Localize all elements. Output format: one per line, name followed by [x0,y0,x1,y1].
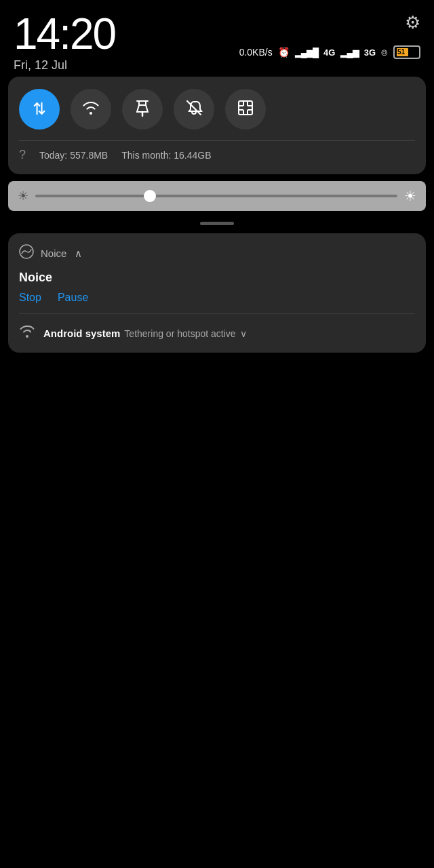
noice-title: Noice [19,271,415,285]
system-app-name: Android system [43,328,120,339]
screenshot-toggle-icon [237,99,254,119]
date-display: Fri, 12 Jul [14,58,115,73]
signal-4g-bars: ▂▄▆█ [295,47,318,58]
toggle-screenshot[interactable] [225,89,266,130]
noice-notification-header: Noice ∧ [19,244,415,262]
system-chevron-icon: ∨ [240,328,247,339]
wifi-status-icon: ⌾ [381,46,388,58]
data-toggle-icon: ⇅ [33,100,46,119]
drag-bar [200,222,234,225]
flashlight-toggle-icon [134,98,151,120]
noice-actions: Stop Pause [19,292,415,304]
toggle-flashlight[interactable] [122,89,163,130]
brightness-track[interactable] [35,195,397,197]
network-3g-label: 3G [364,47,376,58]
data-divider [19,140,415,141]
brightness-low-icon: ☀ [18,189,28,203]
data-month: This month: 16.44GB [121,150,211,161]
clock-time: 14:20 [14,12,115,56]
brightness-thumb[interactable] [144,190,156,202]
status-right-area: ⚙ 0.0KB/s ⏰ ▂▄▆█ 4G ▂▄▆ 3G ⌾ 51 [239,12,420,59]
quick-toggles-row: ⇅ [19,89,415,130]
time-block: 14:20 Fri, 12 Jul [14,12,115,73]
noice-stop-button[interactable]: Stop [19,292,41,304]
toggle-silent[interactable] [174,89,214,130]
top-status-row: 0.0KB/s ⏰ ▂▄▆█ 4G ▂▄▆ 3G ⌾ 51 [239,45,420,59]
svg-rect-4 [239,101,252,115]
noice-pause-button[interactable]: Pause [58,292,88,304]
battery-percent: 51 [397,47,405,58]
data-info-row: ? Today: 557.8MB This month: 16.44GB [19,148,415,162]
status-bar: 14:20 Fri, 12 Jul ⚙ 0.0KB/s ⏰ ▂▄▆█ 4G ▂▄… [0,0,434,77]
wifi-toggle-icon [81,100,100,118]
toggle-data[interactable]: ⇅ [19,89,60,130]
data-info-icon: ? [19,148,26,162]
system-description: Tethering or hotspot active [124,328,235,339]
brightness-bar[interactable]: ☀ ☀ [8,181,426,211]
network-4g-label: 4G [323,47,335,58]
network-speed: 0.0KB/s [239,47,273,58]
system-info: Android system Tethering or hotspot acti… [43,328,415,339]
brightness-high-icon: ☀ [404,188,416,204]
system-wifi-icon [19,325,35,342]
toggle-wifi[interactable] [71,89,111,130]
drag-handle [0,218,434,229]
notifications-card: Noice ∧ Noice Stop Pause Android system … [8,233,426,353]
noice-app-name: Noice [41,248,66,259]
battery-indicator: 51 [393,45,420,59]
noice-notification: Noice ∧ Noice Stop Pause [19,244,415,314]
notification-panel: ⇅ [8,77,426,174]
gear-icon[interactable]: ⚙ [405,12,420,33]
data-today: Today: 557.8MB [39,150,108,161]
noice-app-icon [19,244,34,262]
noice-chevron-icon: ∧ [75,248,82,260]
alarm-icon: ⏰ [278,47,290,58]
android-system-notification[interactable]: Android system Tethering or hotspot acti… [19,322,415,342]
silent-toggle-icon [185,99,203,119]
signal-3g-bars: ▂▄▆ [340,47,358,58]
